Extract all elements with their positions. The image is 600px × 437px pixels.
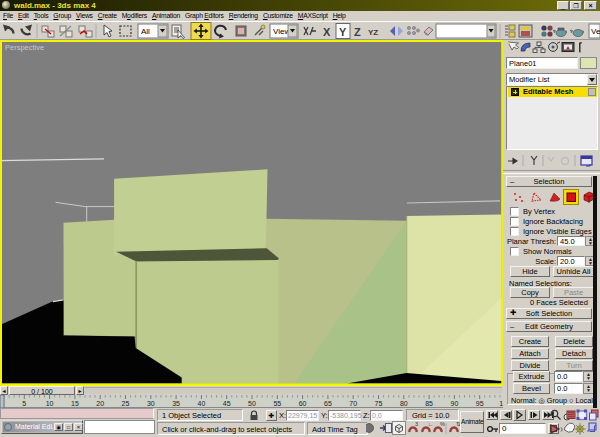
- svg-text:50: 50: [248, 400, 256, 407]
- svg-text:70: 70: [349, 400, 357, 407]
- svg-text:80: 80: [400, 400, 408, 407]
- svg-text:65: 65: [324, 400, 332, 407]
- svg-text:95: 95: [476, 400, 484, 407]
- svg-text:%: %: [440, 421, 445, 427]
- svg-text:All: All: [141, 27, 150, 36]
- svg-text:Y: Y: [339, 26, 347, 38]
- svg-text:60: 60: [299, 400, 307, 407]
- svg-text:100: 100: [499, 400, 503, 407]
- svg-text:5: 5: [22, 400, 26, 407]
- svg-text:Perspective: Perspective: [5, 43, 44, 52]
- svg-text:Ve: Ve: [591, 27, 600, 36]
- svg-text:35: 35: [172, 400, 180, 407]
- svg-text:90: 90: [451, 400, 459, 407]
- svg-text:85: 85: [425, 400, 433, 407]
- svg-text:45: 45: [223, 400, 231, 407]
- svg-text:Z: Z: [354, 26, 361, 38]
- svg-text:15: 15: [71, 400, 79, 407]
- svg-text:30: 30: [147, 400, 155, 407]
- svg-text:75: 75: [375, 400, 383, 407]
- svg-text:10: 10: [46, 400, 54, 407]
- svg-text:∟: ∟: [428, 421, 433, 427]
- svg-text:X: X: [323, 26, 331, 38]
- svg-text:3: 3: [415, 421, 418, 427]
- svg-text:YZ: YZ: [368, 28, 378, 37]
- svg-text:55: 55: [273, 400, 281, 407]
- svg-text:40: 40: [198, 400, 206, 407]
- svg-text:20: 20: [96, 400, 104, 407]
- svg-text:25: 25: [122, 400, 130, 407]
